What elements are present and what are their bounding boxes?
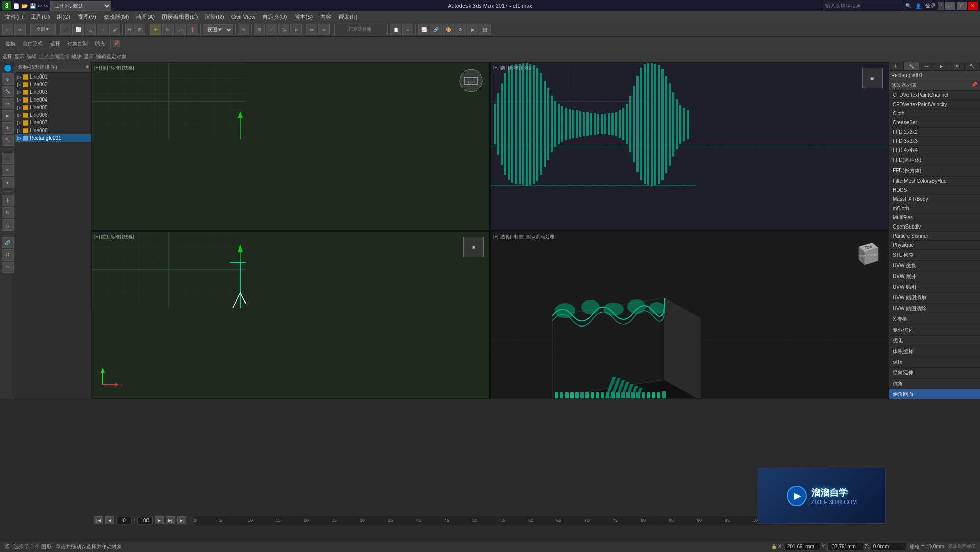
scale-side-button[interactable]: △ (2, 219, 14, 231)
isolate-button[interactable]: ● (2, 177, 14, 188)
viewport-perspective[interactable]: X Y Z [+] [透视] [标准] [默认明暗处理] (491, 231, 888, 399)
snap-toggle[interactable]: ⊞ (254, 24, 265, 35)
spinner-snap-toggle[interactable]: ≋ (290, 24, 302, 35)
menu-script[interactable]: 脚本(S) (291, 12, 316, 22)
menu-animation[interactable]: 动画(A) (133, 12, 158, 22)
z-coord-input[interactable] (871, 543, 906, 550)
quick-access-undo[interactable]: ↩ (38, 3, 42, 9)
modifier-massfx[interactable]: MassFX RBody (889, 195, 980, 204)
modifier-list-pin[interactable]: 📌 (971, 82, 977, 89)
quick-select-button[interactable]: ⬛ (2, 153, 14, 164)
time-tag-button[interactable]: 添加时间标记 (948, 543, 976, 550)
modifier-ffd-box[interactable]: FFD(长方体) (889, 166, 980, 177)
undo-button[interactable]: ↩ (2, 24, 13, 35)
tree-item-line001[interactable]: ▷ Line001 (15, 73, 91, 81)
menu-group[interactable]: 组(G) (54, 12, 74, 22)
mirror-button[interactable]: ⇔ (306, 24, 317, 35)
menu-file[interactable]: 文件(F) (2, 12, 27, 22)
tree-item-line008[interactable]: ▷ Line008 (15, 127, 91, 134)
vp-top-menu[interactable]: [+] [顶] [标准] [线框] (94, 65, 134, 71)
modifier-cloth[interactable]: Cloth (889, 109, 980, 118)
render-setup-button[interactable]: ⚙ (455, 24, 466, 35)
menu-customize[interactable]: 自定义(U) (259, 12, 290, 22)
total-frames-input[interactable] (137, 517, 153, 524)
scale-button[interactable]: ⊿ (175, 24, 186, 35)
modifier-x-form[interactable]: X 变换 (889, 314, 980, 325)
modifier-particle-skinner[interactable]: Particle Skinner (889, 232, 980, 241)
pivot-button[interactable]: ⊕ (238, 24, 249, 35)
modifier-physique[interactable]: Physique (889, 241, 980, 250)
utilities-panel-button[interactable]: 🔨 (2, 135, 14, 146)
modifier-ffd-3x3x3[interactable]: FFD 3x3x3 (889, 137, 980, 146)
select-object-button[interactable]: ⬛ (60, 24, 71, 35)
tree-item-rectangle001[interactable]: ▷ Rectangle001 (15, 134, 91, 142)
modifier-cfd-paint-channel[interactable]: CFDVertexPaintChannel (889, 91, 980, 100)
modifier-bevel-profile[interactable]: 倒角剖面 (889, 389, 980, 399)
percent-snap-toggle[interactable]: % (278, 24, 289, 35)
viewport-front[interactable]: [+] [前] [标准] [线框] ▣ (491, 62, 888, 230)
bind-space-warp-button[interactable]: 〜 (2, 262, 14, 273)
rect-select-button[interactable]: ⬜ (72, 24, 84, 35)
modifier-cfd-paint-velocity[interactable]: CFDVertexPaintVelocity (889, 100, 980, 109)
modifier-ffd-2x2x2[interactable]: FFD 2x2x2 (889, 128, 980, 137)
hierarchy-panel-button[interactable]: ⊶ (2, 98, 14, 109)
select-similar-button[interactable]: ≡ (2, 165, 14, 176)
modifier-crease-set[interactable]: CreaseSet (889, 118, 980, 128)
curve-editor-button[interactable]: 📈 (418, 24, 429, 35)
viewport-left[interactable]: [+] [左] [标准] [线框] X Y ▣ (92, 231, 489, 399)
login-button[interactable]: 登录 (925, 2, 936, 9)
display-panel-button[interactable]: 👁 (2, 122, 14, 134)
quick-access-save[interactable]: 💾 (30, 3, 36, 9)
move-side-button[interactable]: ✛ (2, 195, 14, 206)
close-button[interactable]: ✕ (968, 2, 978, 10)
quick-access-new[interactable]: 📄 (13, 3, 19, 9)
subtool-modifiers[interactable]: 模块 (71, 53, 82, 60)
tree-item-line003[interactable]: ▷ Line003 (15, 88, 91, 96)
modifier-ffd-cylinder[interactable]: FFD(圆柱体) (889, 155, 980, 166)
modifier-chamfer[interactable]: 倒角 (889, 379, 980, 389)
lasso-select-button[interactable]: ○ (97, 24, 108, 35)
subtool-define-sel-region[interactable]: 定义空间区域 (39, 53, 69, 60)
modifier-uvw-map[interactable]: UVW 贴图 (889, 282, 980, 293)
tree-item-line004[interactable]: ▷ Line004 (15, 96, 91, 104)
tab-utilities[interactable]: 🔨 (965, 62, 980, 70)
viewport-top[interactable]: [+] [顶] [标准] [线框] TOP (92, 62, 489, 230)
place-button[interactable]: 📍 (187, 24, 198, 35)
tab-hierarchy[interactable]: ⊶ (919, 62, 935, 70)
go-to-start-button[interactable]: |◀ (94, 516, 103, 524)
motion-panel-button[interactable]: ▶ (2, 110, 14, 121)
modifier-hdds[interactable]: HDDS (889, 186, 980, 195)
link-button[interactable]: 🔗 (2, 237, 14, 248)
vp-left-nav-cube[interactable]: ▣ (463, 237, 484, 257)
go-to-end-button[interactable]: ▶| (177, 516, 186, 524)
tree-item-line007[interactable]: ▷ Line007 (15, 119, 91, 127)
tab-motion[interactable]: ▶ (934, 62, 949, 70)
move-button[interactable]: ✛ (150, 24, 161, 35)
tree-item-line006[interactable]: ▷ Line006 (15, 111, 91, 119)
modifier-opensubdiv[interactable]: OpenSubdiv (889, 222, 980, 232)
vp-front-menu[interactable]: [+] [前] [标准] [线框] (493, 65, 533, 71)
current-frame-input[interactable] (116, 517, 132, 524)
unlink-button[interactable]: ⛓ (2, 249, 14, 261)
named-sel-set-input[interactable]: 已建选择集 (334, 24, 385, 35)
maximize-button[interactable]: □ (957, 2, 967, 10)
align-button[interactable]: ≡ (318, 24, 330, 35)
select-filter-button[interactable]: 全部▼ (30, 24, 56, 35)
workspace-dropdown[interactable]: 工作区: 默认 (50, 1, 111, 11)
fence-select-button[interactable]: △ (85, 24, 96, 35)
menu-render[interactable]: 渲染(R) (202, 12, 227, 22)
modifier-vol-select[interactable]: 体积选择 (889, 346, 980, 357)
material-editor-button[interactable]: 🎨 (443, 24, 454, 35)
paint-select-button[interactable]: 🖌 (109, 24, 120, 35)
prev-frame-button[interactable]: ◀ (105, 516, 114, 524)
layer-manager-button[interactable]: 📋 (390, 24, 401, 35)
modifier-preserve[interactable]: 保留 (889, 357, 980, 368)
modifier-uvw-map-clear[interactable]: UVW 贴图清除 (889, 304, 980, 314)
tree-item-line005[interactable]: ▷ Line005 (15, 104, 91, 111)
subtool-display2[interactable]: 显示 (84, 53, 94, 60)
modifier-uvw-xform[interactable]: UVW 变换 (889, 261, 980, 271)
rotate-button[interactable]: ↻ (162, 24, 174, 35)
angle-snap-toggle[interactable]: ∠ (266, 24, 277, 35)
subtool-edit[interactable]: 编辑 (27, 53, 37, 60)
next-frame-button[interactable]: ▶| (166, 516, 175, 524)
